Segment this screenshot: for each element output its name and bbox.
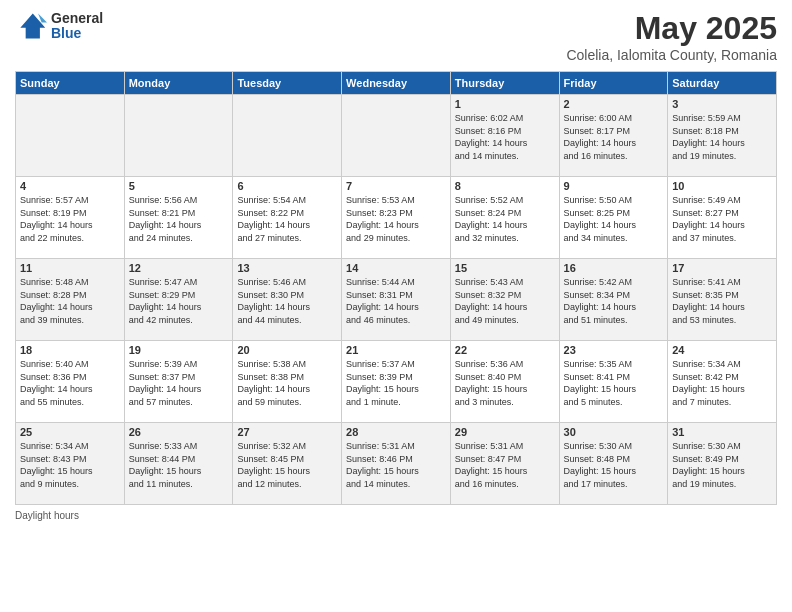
day-info: Sunrise: 5:34 AM Sunset: 8:42 PM Dayligh… xyxy=(672,358,772,408)
day-number: 16 xyxy=(564,262,664,274)
page: General Blue May 2025 Colelia, Ialomita … xyxy=(0,0,792,612)
day-number: 19 xyxy=(129,344,229,356)
day-cell: 19Sunrise: 5:39 AM Sunset: 8:37 PM Dayli… xyxy=(124,341,233,423)
day-info: Sunrise: 6:02 AM Sunset: 8:16 PM Dayligh… xyxy=(455,112,555,162)
day-cell: 3Sunrise: 5:59 AM Sunset: 8:18 PM Daylig… xyxy=(668,95,777,177)
day-number: 25 xyxy=(20,426,120,438)
day-number: 2 xyxy=(564,98,664,110)
svg-marker-1 xyxy=(38,14,47,23)
day-info: Sunrise: 5:31 AM Sunset: 8:46 PM Dayligh… xyxy=(346,440,446,490)
day-cell: 25Sunrise: 5:34 AM Sunset: 8:43 PM Dayli… xyxy=(16,423,125,505)
day-number: 6 xyxy=(237,180,337,192)
day-number: 15 xyxy=(455,262,555,274)
day-cell: 23Sunrise: 5:35 AM Sunset: 8:41 PM Dayli… xyxy=(559,341,668,423)
day-cell: 28Sunrise: 5:31 AM Sunset: 8:46 PM Dayli… xyxy=(342,423,451,505)
day-number: 5 xyxy=(129,180,229,192)
col-header-thursday: Thursday xyxy=(450,72,559,95)
col-header-tuesday: Tuesday xyxy=(233,72,342,95)
col-header-friday: Friday xyxy=(559,72,668,95)
day-number: 4 xyxy=(20,180,120,192)
day-cell: 6Sunrise: 5:54 AM Sunset: 8:22 PM Daylig… xyxy=(233,177,342,259)
day-cell: 17Sunrise: 5:41 AM Sunset: 8:35 PM Dayli… xyxy=(668,259,777,341)
day-info: Sunrise: 5:47 AM Sunset: 8:29 PM Dayligh… xyxy=(129,276,229,326)
day-cell: 10Sunrise: 5:49 AM Sunset: 8:27 PM Dayli… xyxy=(668,177,777,259)
footer: Daylight hours xyxy=(15,510,777,521)
logo-text: General Blue xyxy=(51,11,103,42)
day-number: 26 xyxy=(129,426,229,438)
day-cell: 13Sunrise: 5:46 AM Sunset: 8:30 PM Dayli… xyxy=(233,259,342,341)
day-info: Sunrise: 5:46 AM Sunset: 8:30 PM Dayligh… xyxy=(237,276,337,326)
day-info: Sunrise: 5:30 AM Sunset: 8:48 PM Dayligh… xyxy=(564,440,664,490)
day-cell: 11Sunrise: 5:48 AM Sunset: 8:28 PM Dayli… xyxy=(16,259,125,341)
day-number: 22 xyxy=(455,344,555,356)
day-cell: 16Sunrise: 5:42 AM Sunset: 8:34 PM Dayli… xyxy=(559,259,668,341)
week-row-2: 4Sunrise: 5:57 AM Sunset: 8:19 PM Daylig… xyxy=(16,177,777,259)
day-info: Sunrise: 5:32 AM Sunset: 8:45 PM Dayligh… xyxy=(237,440,337,490)
day-cell: 20Sunrise: 5:38 AM Sunset: 8:38 PM Dayli… xyxy=(233,341,342,423)
logo-blue-text: Blue xyxy=(51,26,103,41)
day-info: Sunrise: 5:43 AM Sunset: 8:32 PM Dayligh… xyxy=(455,276,555,326)
day-info: Sunrise: 5:54 AM Sunset: 8:22 PM Dayligh… xyxy=(237,194,337,244)
logo-icon xyxy=(15,10,47,42)
day-number: 1 xyxy=(455,98,555,110)
day-number: 23 xyxy=(564,344,664,356)
day-info: Sunrise: 5:44 AM Sunset: 8:31 PM Dayligh… xyxy=(346,276,446,326)
day-info: Sunrise: 5:40 AM Sunset: 8:36 PM Dayligh… xyxy=(20,358,120,408)
day-info: Sunrise: 5:42 AM Sunset: 8:34 PM Dayligh… xyxy=(564,276,664,326)
day-info: Sunrise: 5:37 AM Sunset: 8:39 PM Dayligh… xyxy=(346,358,446,408)
day-cell: 8Sunrise: 5:52 AM Sunset: 8:24 PM Daylig… xyxy=(450,177,559,259)
col-header-monday: Monday xyxy=(124,72,233,95)
logo-general-text: General xyxy=(51,11,103,26)
day-number: 30 xyxy=(564,426,664,438)
week-row-1: 1Sunrise: 6:02 AM Sunset: 8:16 PM Daylig… xyxy=(16,95,777,177)
day-cell: 30Sunrise: 5:30 AM Sunset: 8:48 PM Dayli… xyxy=(559,423,668,505)
day-cell: 26Sunrise: 5:33 AM Sunset: 8:44 PM Dayli… xyxy=(124,423,233,505)
day-info: Sunrise: 5:38 AM Sunset: 8:38 PM Dayligh… xyxy=(237,358,337,408)
main-title: May 2025 xyxy=(566,10,777,47)
day-cell: 5Sunrise: 5:56 AM Sunset: 8:21 PM Daylig… xyxy=(124,177,233,259)
day-number: 24 xyxy=(672,344,772,356)
day-number: 7 xyxy=(346,180,446,192)
day-number: 10 xyxy=(672,180,772,192)
day-cell: 24Sunrise: 5:34 AM Sunset: 8:42 PM Dayli… xyxy=(668,341,777,423)
day-info: Sunrise: 5:39 AM Sunset: 8:37 PM Dayligh… xyxy=(129,358,229,408)
day-cell: 2Sunrise: 6:00 AM Sunset: 8:17 PM Daylig… xyxy=(559,95,668,177)
header: General Blue May 2025 Colelia, Ialomita … xyxy=(15,10,777,63)
day-number: 20 xyxy=(237,344,337,356)
logo: General Blue xyxy=(15,10,103,42)
week-row-5: 25Sunrise: 5:34 AM Sunset: 8:43 PM Dayli… xyxy=(16,423,777,505)
day-cell: 4Sunrise: 5:57 AM Sunset: 8:19 PM Daylig… xyxy=(16,177,125,259)
day-info: Sunrise: 5:57 AM Sunset: 8:19 PM Dayligh… xyxy=(20,194,120,244)
day-info: Sunrise: 5:49 AM Sunset: 8:27 PM Dayligh… xyxy=(672,194,772,244)
day-cell: 31Sunrise: 5:30 AM Sunset: 8:49 PM Dayli… xyxy=(668,423,777,505)
title-block: May 2025 Colelia, Ialomita County, Roman… xyxy=(566,10,777,63)
day-info: Sunrise: 5:59 AM Sunset: 8:18 PM Dayligh… xyxy=(672,112,772,162)
day-cell: 14Sunrise: 5:44 AM Sunset: 8:31 PM Dayli… xyxy=(342,259,451,341)
day-number: 28 xyxy=(346,426,446,438)
day-cell: 7Sunrise: 5:53 AM Sunset: 8:23 PM Daylig… xyxy=(342,177,451,259)
day-info: Sunrise: 5:33 AM Sunset: 8:44 PM Dayligh… xyxy=(129,440,229,490)
day-info: Sunrise: 5:30 AM Sunset: 8:49 PM Dayligh… xyxy=(672,440,772,490)
day-number: 29 xyxy=(455,426,555,438)
day-cell: 22Sunrise: 5:36 AM Sunset: 8:40 PM Dayli… xyxy=(450,341,559,423)
day-cell: 15Sunrise: 5:43 AM Sunset: 8:32 PM Dayli… xyxy=(450,259,559,341)
day-info: Sunrise: 6:00 AM Sunset: 8:17 PM Dayligh… xyxy=(564,112,664,162)
calendar-table: SundayMondayTuesdayWednesdayThursdayFrid… xyxy=(15,71,777,505)
day-cell xyxy=(16,95,125,177)
day-number: 11 xyxy=(20,262,120,274)
day-number: 21 xyxy=(346,344,446,356)
day-info: Sunrise: 5:48 AM Sunset: 8:28 PM Dayligh… xyxy=(20,276,120,326)
week-row-3: 11Sunrise: 5:48 AM Sunset: 8:28 PM Dayli… xyxy=(16,259,777,341)
day-number: 3 xyxy=(672,98,772,110)
col-header-sunday: Sunday xyxy=(16,72,125,95)
day-info: Sunrise: 5:56 AM Sunset: 8:21 PM Dayligh… xyxy=(129,194,229,244)
footer-text: Daylight hours xyxy=(15,510,79,521)
day-cell: 21Sunrise: 5:37 AM Sunset: 8:39 PM Dayli… xyxy=(342,341,451,423)
day-info: Sunrise: 5:34 AM Sunset: 8:43 PM Dayligh… xyxy=(20,440,120,490)
day-info: Sunrise: 5:36 AM Sunset: 8:40 PM Dayligh… xyxy=(455,358,555,408)
day-number: 13 xyxy=(237,262,337,274)
day-info: Sunrise: 5:52 AM Sunset: 8:24 PM Dayligh… xyxy=(455,194,555,244)
col-header-saturday: Saturday xyxy=(668,72,777,95)
day-number: 8 xyxy=(455,180,555,192)
day-number: 17 xyxy=(672,262,772,274)
